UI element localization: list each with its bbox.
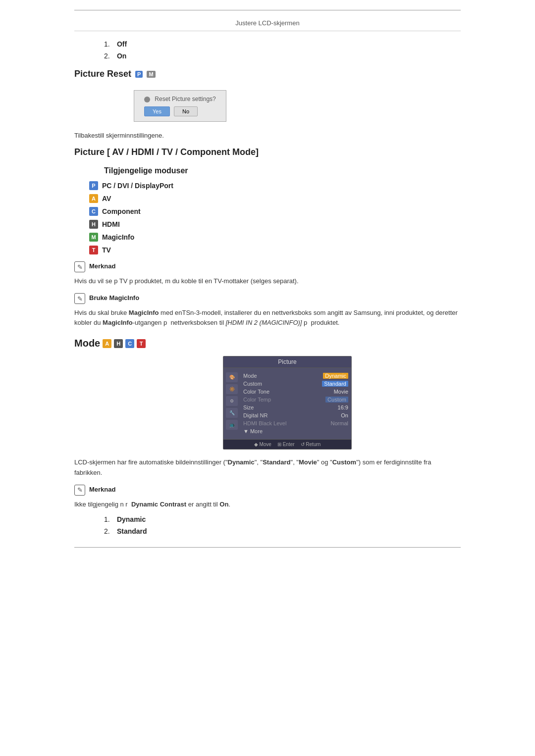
osd-key-custom: Custom [243,381,262,387]
osd-footer-enter: ⊞ Enter [277,442,295,447]
osd-val-mode: Dynamic [323,373,348,379]
osd-key-colortemp: Color Temp [243,397,271,403]
osd-footer-move: ◆ Move [254,442,271,447]
icon-t: T [89,246,98,254]
osd-row-size: Size 16:9 [243,403,348,411]
available-modes-heading: Tilgjengelige moduser [104,166,461,175]
icon-h: H [89,220,98,229]
picture-reset-title: Picture Reset [74,69,131,79]
osd-row-custom: Custom Standard [243,380,348,388]
osd-row-hdmi: HDMI Black Level Normal [243,419,348,427]
osd-dynamic: Dynamic [323,373,348,379]
osd-row-dnr: Digital NR On [243,411,348,419]
list-label: Standard [117,527,147,535]
list-num: 2. [104,52,115,60]
osd-icon-5: 📺 [226,420,238,430]
icon-c: C [89,207,98,216]
osd-row-more: ▼ More [243,427,348,435]
list-item: 1. Off [104,40,461,48]
osd-val-dnr: On [341,412,348,418]
mode-heading: Mode A H C T [74,338,461,349]
picture-av-title: Picture [ AV / HDMI / TV / Component Mod… [74,147,259,157]
mode-pc-row: P PC / DVI / DisplayPort [89,181,461,190]
note3-icon: ✎ [74,485,85,496]
reset-dialog: Reset Picture settings? Yes No [134,90,226,122]
available-modes-title: Tilgjengelige moduser [104,166,188,175]
dynamic-standard-list: 1. Dynamic 2. Standard [104,515,461,535]
dialog-no-button[interactable]: No [174,106,198,116]
osd-footer-return: ↺ Return [301,442,321,447]
dialog-header: Reset Picture settings? [144,96,216,102]
osd-container: Picture 🎨 🔆 ⚙ 🔧 📺 Mode Dynamic [114,356,461,450]
icon-p: P [89,181,98,190]
note2-text: Hvis du skal bruke MagicInfo med enTSn-3… [74,308,461,328]
dialog-yes-button[interactable]: Yes [144,106,170,116]
list-num: 2. [104,527,115,535]
mode-av-label: AV [102,195,111,202]
note2-label: Bruke MagicInfo [89,293,139,302]
mode-hdmi-row: H HDMI [89,220,461,229]
dialog-icon [144,97,150,102]
list-label: On [117,52,126,60]
mode-magicinfo-label: MagicInfo [102,233,134,241]
list-label: Off [117,40,127,48]
list-num: 1. [104,515,115,523]
note1-label: Merknad [89,261,115,270]
note3-label: Merknad [89,485,115,493]
mode-component-label: Component [102,207,141,215]
osd-key-size: Size [243,404,254,410]
osd-key-mode: Mode [243,373,257,379]
note1-text: Hvis du vil se p TV p produktet, m du ko… [74,276,461,286]
osd-content: Mode Dynamic Custom Standard Color Tone [240,371,351,436]
osd-val-hdmi: Normal [331,420,348,426]
picture-reset-heading: Picture Reset P M [74,69,461,79]
dialog-buttons: Yes No [144,106,216,116]
mode-pc-label: PC / DVI / DisplayPort [102,182,173,190]
mode-magicinfo-row: M MagicInfo [89,233,461,242]
mode-tv-row: T TV [89,246,461,254]
osd-val-colortemp: Custom [325,397,348,403]
note2-icon: ✎ [74,293,85,304]
osd-custom: Custom [325,397,348,403]
badge-p: P [135,71,143,78]
osd-key-hdmi: HDMI Black Level [243,420,286,426]
osd-body: 🎨 🔆 ⚙ 🔧 📺 Mode Dynamic Custom [223,368,351,439]
note3-text: Ikke tilgjengelig n r Dynamic Contrast e… [74,500,461,509]
mode-description: LCD-skjermen har fire automatiske bildei… [74,457,461,477]
note3-row: ✎ Merknad [74,485,461,496]
list-item: 2. Standard [104,527,461,535]
osd-icon-3: ⚙ [226,396,238,406]
note2-row: ✎ Bruke MagicInfo [74,293,461,304]
mode-badge-h: H [114,339,123,348]
icon-a: A [89,194,98,203]
mode-tv-label: TV [102,246,111,254]
list-item: 1. Dynamic [104,515,461,523]
icon-m: M [89,233,98,242]
mode-title: Mode [74,338,100,349]
reset-description: Tilbakestill skjerminnstillingene. [74,132,461,139]
list-num: 1. [104,40,115,48]
osd-box: Picture 🎨 🔆 ⚙ 🔧 📺 Mode Dynamic [223,356,352,450]
osd-row-colortemp: Color Temp Custom [243,396,348,403]
osd-title: Picture [223,356,351,368]
osd-standard: Standard [322,381,348,387]
osd-icon-4: 🔧 [226,408,238,418]
bottom-border [74,547,461,548]
note1-icon: ✎ [74,261,85,272]
off-on-list: 1. Off 2. On [104,40,461,60]
osd-icons: 🎨 🔆 ⚙ 🔧 📺 [223,371,240,436]
osd-movie: Movie [334,389,348,395]
dialog-prompt: Reset Picture settings? [155,96,215,102]
mode-component-row: C Component [89,207,461,216]
osd-val-size: 16:9 [338,404,348,410]
osd-key-dnr: Digital NR [243,412,268,418]
osd-footer: ◆ Move ⊞ Enter ↺ Return [223,439,351,449]
list-label: Dynamic [117,515,146,523]
osd-row-mode: Mode Dynamic [243,372,348,380]
header-title: Justere LCD-skjermen [235,19,299,27]
mode-av-row: A AV [89,194,461,203]
mode-badge-t: T [137,339,146,348]
osd-row-colortone: Color Tone Movie [243,388,348,396]
badge-m: M [147,71,155,78]
osd-key-more: ▼ More [243,428,263,434]
